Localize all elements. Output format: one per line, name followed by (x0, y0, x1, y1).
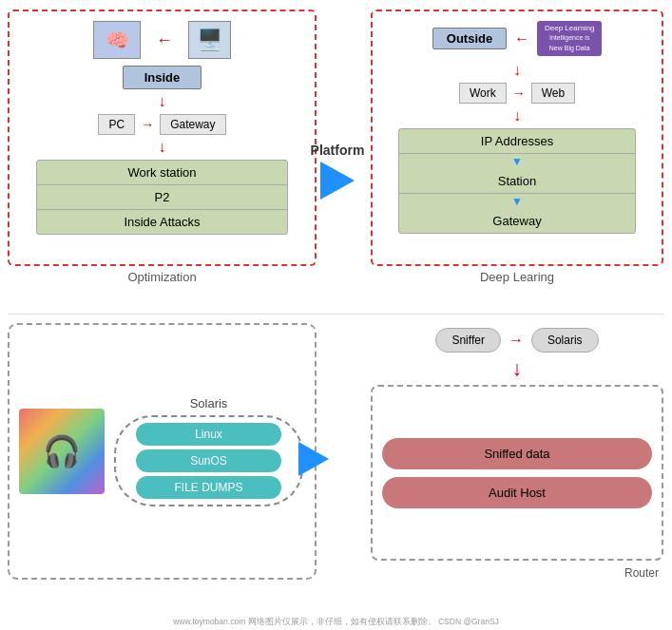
work-box: Work (459, 83, 507, 104)
list-item: Station (399, 169, 635, 194)
list-item: IP Addresses (399, 129, 635, 154)
h-divider (8, 314, 664, 315)
router-dashed-box: Sniffed data Audit Host (371, 385, 663, 561)
red-arrow-down-tr1: ↓ (513, 62, 521, 79)
outside-box: Outside (432, 28, 507, 49)
person-icon: 🖥️ (188, 21, 231, 59)
red-arrow-down-tr2: ↓ (513, 107, 521, 124)
tr-green-list: IP Addresses ▼ Station ▼ Gateway (398, 128, 636, 234)
platform-area: Platform (295, 143, 380, 200)
tr-dashed-box: Outside ← Deep Learning Intelligence is … (371, 10, 663, 266)
tl-dashed-box: 🧠 ← 🖥️ Inside ↓ PC → (8, 10, 317, 266)
platform-text: Platform (311, 143, 365, 158)
router-label: Router (371, 566, 663, 580)
bottom-blue-arrow (298, 442, 329, 476)
watermark: www.toymoban.com 网络图片仅展示，非仔细，如有侵权请联系删除。 … (0, 617, 672, 628)
web-box: Web (531, 83, 575, 104)
tl-label: Optimization (8, 270, 317, 284)
red-arrow-down-2: ↓ (159, 140, 166, 155)
top-right-quadrant: Outside ← Deep Learning Intelligence is … (371, 10, 663, 295)
red-arrow-right-work: → (512, 86, 526, 101)
tl-green-list: Work station P2 Inside Attacks (36, 160, 288, 235)
list-item: Inside Attacks (37, 210, 287, 234)
big-blue-arrow (320, 162, 355, 200)
red-arrow-down-1: ↓ (159, 94, 166, 109)
gateway-box: Gateway (160, 114, 225, 135)
neural-net-icon: 🧠 (93, 21, 141, 59)
red-arrow-left: ← (156, 30, 173, 50)
bottom-left-quadrant: 🎧 Solaris Linux SunOS FILE DUMPS (8, 323, 317, 613)
top-left-quadrant: 🧠 ← 🖥️ Inside ↓ PC → (8, 10, 317, 295)
bl-dashed-box: 🎧 Solaris Linux SunOS FILE DUMPS (8, 323, 317, 580)
red-arrow-right-sniffer: → (509, 332, 524, 349)
bl-dashed-oval: Linux SunOS FILE DUMPS (114, 415, 303, 506)
pc-box: PC (98, 114, 135, 135)
sniffer-pill: Sniffer (435, 328, 500, 353)
red-arrow-left-outside: ← (514, 30, 529, 48)
bottom-right-quadrant: Sniffer → Solaris ↓ Sniffed data Audit H… (371, 323, 663, 613)
list-item: Work station (37, 161, 287, 185)
sunos-pill: SunOS (136, 449, 281, 472)
br-content: Sniffer → Solaris ↓ Sniffed data Audit H… (371, 323, 663, 580)
audit-host-pill: Audit Host (382, 477, 652, 508)
inside-box: Inside (123, 66, 202, 89)
list-item: P2 (37, 185, 287, 210)
br-solaris-pill: Solaris (531, 328, 599, 353)
linux-pill: Linux (136, 423, 281, 446)
bl-solaris-label: Solaris (190, 396, 228, 410)
list-item: Gateway (399, 209, 635, 233)
filedumps-pill: FILE DUMPS (136, 476, 281, 499)
tr-label: Deep Learing (371, 270, 663, 284)
audio-image: 🎧 (19, 409, 105, 494)
sniffed-data-pill: Sniffed data (382, 438, 652, 469)
red-arrow-right-pc: → (141, 117, 154, 132)
red-arrow-down-br: ↓ (512, 358, 523, 379)
deep-learning-badge: Deep Learning Intelligence is New Big Da… (537, 21, 602, 56)
